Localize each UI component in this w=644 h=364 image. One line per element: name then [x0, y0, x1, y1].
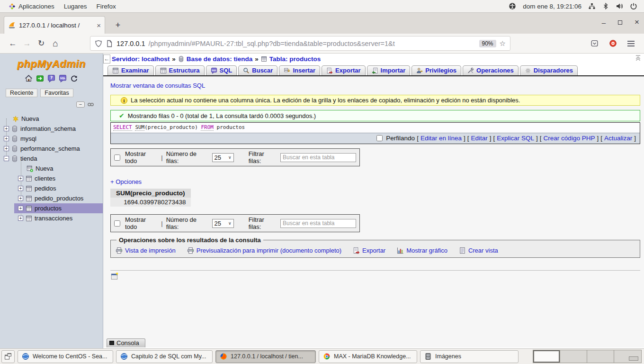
tab-exportar[interactable]: Exportar: [322, 65, 365, 75]
expand-icon[interactable]: +: [4, 126, 9, 131]
back-button[interactable]: ←: [6, 36, 20, 51]
url-bar[interactable]: 127.0.0.1/phpmyadmin/#PMAURL-27:tbl_sql.…: [90, 36, 510, 51]
display-chart-link[interactable]: Mostrar gráfico: [397, 247, 447, 254]
explain-sql-link[interactable]: Explicar SQL: [497, 135, 534, 142]
taskbar-window-mariadb-kb[interactable]: MAX - MariaDB Knowledge...: [319, 350, 417, 363]
page-info-icon[interactable]: [106, 40, 113, 47]
export-link[interactable]: Exportar: [353, 247, 385, 254]
collapse-icon[interactable]: −: [4, 156, 9, 161]
tree-item-clientes[interactable]: + clientes: [0, 173, 103, 183]
volume-icon[interactable]: [616, 2, 623, 10]
column-header[interactable]: SUM(precio_producto): [110, 189, 191, 198]
reload-button[interactable]: ↻: [34, 36, 48, 51]
firefox-menu[interactable]: Firefox: [92, 0, 121, 12]
edit-link[interactable]: Editar: [471, 135, 487, 142]
num-rows-select[interactable]: 25∨: [212, 153, 234, 162]
sql-query-window-link[interactable]: Mostrar ventana de consultas SQL: [110, 82, 205, 89]
filter-rows-input[interactable]: [280, 219, 356, 228]
home-icon[interactable]: [25, 74, 33, 82]
tree-item-transacciones[interactable]: + transacciones: [0, 213, 103, 223]
window-close-button[interactable]: ×: [635, 18, 639, 27]
breadcrumb-database-link[interactable]: Base de datos: tienda: [187, 55, 253, 63]
tree-item-mysql[interactable]: + mysql: [0, 134, 103, 144]
clock[interactable]: dom ene 8, 19:21:06: [523, 3, 581, 10]
profiling-checkbox[interactable]: [376, 135, 383, 141]
applications-menu[interactable]: Aplicaciones: [4, 0, 59, 12]
create-view-link[interactable]: Crear vista: [459, 247, 498, 254]
expand-icon[interactable]: +: [4, 146, 9, 151]
recent-tab[interactable]: Reciente: [6, 89, 37, 97]
exit-icon[interactable]: [36, 74, 44, 82]
taskbar-window-capitulo-sql[interactable]: Capitulo 2 de SQL com My...: [116, 350, 213, 363]
tab-examinar[interactable]: Examinar: [107, 65, 154, 75]
print-preview-link[interactable]: Previsualización para imprimir (document…: [187, 247, 341, 254]
network-icon[interactable]: [588, 2, 596, 10]
filter-rows-input[interactable]: [280, 153, 356, 162]
tab-operaciones[interactable]: Operaciones: [463, 65, 519, 75]
favorites-tab[interactable]: Favoritas: [40, 89, 73, 97]
zoom-level-badge[interactable]: 90%: [479, 40, 496, 47]
inline-edit-link[interactable]: Editar en línea: [420, 135, 462, 142]
tree-item-tienda[interactable]: − tienda: [0, 154, 103, 164]
show-all-checkbox[interactable]: [114, 220, 120, 227]
breadcrumb-server-link[interactable]: Servidor: localhost: [112, 55, 170, 63]
sql-window-icon[interactable]: [59, 74, 67, 82]
tab-importar[interactable]: Importar: [367, 65, 411, 75]
new-tab-button[interactable]: +: [111, 18, 125, 32]
expand-icon[interactable]: +: [18, 176, 23, 181]
workspace-3[interactable]: [587, 350, 614, 363]
tab-disparadores[interactable]: Disparadores: [520, 65, 578, 75]
show-desktop-button[interactable]: [1, 350, 15, 363]
create-php-code-link[interactable]: Crear código PHP: [544, 135, 595, 142]
taskbar-window-welcome-centos[interactable]: Welcome to CentOS - Sea...: [18, 350, 113, 363]
expand-icon[interactable]: +: [18, 196, 23, 201]
expand-icon[interactable]: +: [18, 206, 23, 211]
help-icon[interactable]: [47, 74, 55, 82]
adblock-extension-icon[interactable]: [609, 39, 617, 47]
accessibility-icon[interactable]: [509, 2, 516, 10]
tab-buscar[interactable]: Buscar: [238, 65, 277, 75]
home-button[interactable]: ⌂: [48, 36, 63, 51]
open-new-window-icon[interactable]: [110, 272, 119, 281]
window-minimize-button[interactable]: –: [602, 18, 606, 27]
show-all-checkbox[interactable]: [114, 155, 120, 161]
tab-estructura[interactable]: Estructura: [155, 65, 205, 75]
workspace-1[interactable]: [533, 350, 560, 363]
breadcrumb-table-link[interactable]: Tabla: productos: [269, 55, 321, 63]
console-toggle[interactable]: Consola: [107, 338, 145, 347]
tree-item-information-schema[interactable]: + information_schema: [0, 124, 103, 134]
workspace-2[interactable]: [560, 350, 587, 363]
expand-icon[interactable]: +: [18, 186, 23, 191]
workspace-4[interactable]: [614, 350, 641, 363]
save-to-pocket-icon[interactable]: [590, 39, 599, 47]
collapse-navigation-arrow[interactable]: ←: [103, 55, 110, 64]
tab-insertar[interactable]: Insertar: [279, 65, 320, 75]
tab-sql[interactable]: SQL: [206, 65, 237, 75]
options-toggle-link[interactable]: + Opciones: [110, 178, 142, 185]
tree-item-pedidos[interactable]: + pedidos: [0, 183, 103, 193]
tree-item-pedido-productos[interactable]: + pedido_productos: [0, 193, 103, 203]
taskbar-window-imagenes[interactable]: Imágenes: [420, 350, 519, 363]
num-rows-select[interactable]: 25∨: [212, 219, 234, 228]
tab-close-icon[interactable]: ×: [97, 21, 101, 29]
print-view-link[interactable]: Vista de impresión: [116, 247, 176, 254]
menu-hamburger-icon[interactable]: [627, 43, 635, 44]
places-menu[interactable]: Lugares: [59, 0, 92, 12]
tab-privilegios[interactable]: Privilegios: [411, 65, 461, 75]
browser-tab[interactable]: 127.0.0.1 / localhost / ×: [4, 16, 105, 34]
collapse-all-button[interactable]: −: [76, 101, 85, 108]
taskbar-window-phpmyadmin[interactable]: 127.0.0.1 / localhost / tien...: [215, 350, 316, 363]
tree-item-new-database[interactable]: Nueva: [0, 114, 103, 124]
shield-icon[interactable]: [95, 40, 102, 47]
tree-item-productos-selected[interactable]: + productos: [0, 203, 103, 213]
bookmark-star-icon[interactable]: ☆: [500, 39, 506, 48]
tree-item-new-table[interactable]: Nueva: [0, 164, 103, 173]
refresh-icon[interactable]: [70, 74, 78, 82]
expand-icon[interactable]: +: [4, 136, 9, 141]
forward-button[interactable]: →: [20, 36, 34, 51]
expand-icon[interactable]: +: [18, 216, 23, 221]
scroll-to-top-icon[interactable]: [635, 55, 642, 62]
power-icon[interactable]: [630, 2, 637, 10]
window-maximize-button[interactable]: [618, 20, 622, 25]
tree-item-performance-schema[interactable]: + performance_schema: [0, 144, 103, 154]
